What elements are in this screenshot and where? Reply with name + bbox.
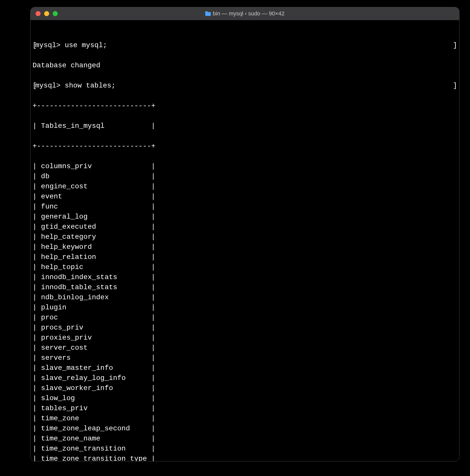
table-row: | server_cost | — [33, 343, 457, 353]
table-cell: | time_zone_name | — [33, 434, 155, 444]
window-title-text: bin — mysql ‹ sudo — 90×42 — [213, 10, 284, 17]
table-row: | plugin | — [33, 303, 457, 313]
table-cell: | func | — [33, 202, 155, 212]
table-border-top: +---------------------------+ — [33, 101, 457, 111]
response-1: Database changed — [33, 61, 457, 71]
table-cell: | plugin | — [33, 303, 155, 313]
table-cell: | server_cost | — [33, 343, 155, 353]
folder-icon — [205, 11, 211, 16]
table-row: | time_zone_transition | — [33, 444, 457, 454]
table-row: | help_category | — [33, 232, 457, 242]
table-cell: | innodb_index_stats | — [33, 272, 155, 282]
table-cell: | slave_master_info | — [33, 363, 155, 373]
table-cell: | proc | — [33, 313, 155, 323]
table-row: | event | — [33, 192, 457, 202]
bracket-left: [ — [33, 81, 35, 91]
table-row: | slave_master_info | — [33, 363, 457, 373]
table-cell: | time_zone_transition | — [33, 444, 155, 454]
table-cell: | help_category | — [33, 232, 155, 242]
table-row: | time_zone_leap_second | — [33, 424, 457, 434]
table-cell: | slow_log | — [33, 393, 155, 403]
table-cell: | innodb_table_stats | — [33, 282, 155, 292]
table-row: | gtid_executed | — [33, 222, 457, 232]
table-border-mid: +---------------------------+ — [33, 141, 457, 151]
table-row: | innodb_index_stats | — [33, 272, 457, 282]
table-row: | general_log | — [33, 212, 457, 222]
table-cell: | help_topic | — [33, 262, 155, 272]
table-row: | innodb_table_stats | — [33, 282, 457, 292]
prompt-line-2: [mysql> show tables;] — [33, 81, 457, 91]
table-cell: | help_relation | — [33, 252, 155, 262]
table-row: | time_zone | — [33, 413, 457, 424]
zoom-button[interactable] — [53, 11, 58, 16]
prompt: mysql> — [35, 41, 61, 49]
window-title: bin — mysql ‹ sudo — 90×42 — [31, 10, 459, 17]
table-cell: | event | — [33, 192, 155, 202]
table-cell: | slave_relay_log_info | — [33, 373, 155, 383]
table-row: | slow_log | — [33, 393, 457, 403]
table-cell: | time_zone_leap_second | — [33, 424, 155, 434]
bracket-right: ] — [453, 81, 457, 91]
table-cell: | engine_cost | — [33, 182, 155, 192]
table-cell: | columns_priv | — [33, 161, 155, 171]
prompt: mysql> — [35, 82, 61, 90]
table-cell: | servers | — [33, 353, 155, 363]
minimize-button[interactable] — [44, 11, 49, 16]
close-button[interactable] — [36, 11, 41, 16]
table-cell: | time_zone | — [33, 413, 155, 424]
bracket-right: ] — [453, 40, 457, 50]
table-row: | help_keyword | — [33, 242, 457, 252]
table-row: | slave_worker_info | — [33, 383, 457, 393]
table-cell: | help_keyword | — [33, 242, 155, 252]
table-row: | proxies_priv | — [33, 333, 457, 343]
table-cell: | proxies_priv | — [33, 333, 155, 343]
table-header: | Tables_in_mysql | — [33, 121, 457, 131]
table-row: | columns_priv | — [33, 161, 457, 171]
table-cell: | general_log | — [33, 212, 155, 222]
command-1: use mysql; — [65, 41, 107, 49]
table-cell: | ndb_binlog_index | — [33, 292, 155, 303]
terminal-content[interactable]: [mysql> use mysql;] Database changed [my… — [31, 20, 459, 461]
table-row: | ndb_binlog_index | — [33, 292, 457, 303]
table-row: | time_zone_name | — [33, 434, 457, 444]
table-row: | procs_priv | — [33, 323, 457, 333]
table-row: | engine_cost | — [33, 182, 457, 192]
traffic-lights — [31, 11, 58, 16]
table-cell: | slave_worker_info | — [33, 383, 155, 393]
terminal-window: bin — mysql ‹ sudo — 90×42 [mysql> use m… — [30, 7, 459, 461]
table-row: | proc | — [33, 313, 457, 323]
table-row: | db | — [33, 171, 457, 182]
table-row: | help_relation | — [33, 252, 457, 262]
command-2: show tables; — [65, 82, 116, 90]
table-row: | servers | — [33, 353, 457, 363]
table-cell: | tables_priv | — [33, 403, 155, 413]
title-bar[interactable]: bin — mysql ‹ sudo — 90×42 — [31, 7, 459, 20]
table-row: | help_topic | — [33, 262, 457, 272]
table-cell: | gtid_executed | — [33, 222, 155, 232]
table-cell: | procs_priv | — [33, 323, 155, 333]
table-row: | tables_priv | — [33, 403, 457, 413]
table-cell: | db | — [33, 171, 155, 182]
table-cell: | time_zone_transition_type | — [33, 454, 155, 461]
bracket-left: [ — [33, 40, 35, 50]
prompt-line-1: [mysql> use mysql;] — [33, 40, 457, 50]
table-row: | time_zone_transition_type | — [33, 454, 457, 461]
table-row: | func | — [33, 202, 457, 212]
table-row: | slave_relay_log_info | — [33, 373, 457, 383]
